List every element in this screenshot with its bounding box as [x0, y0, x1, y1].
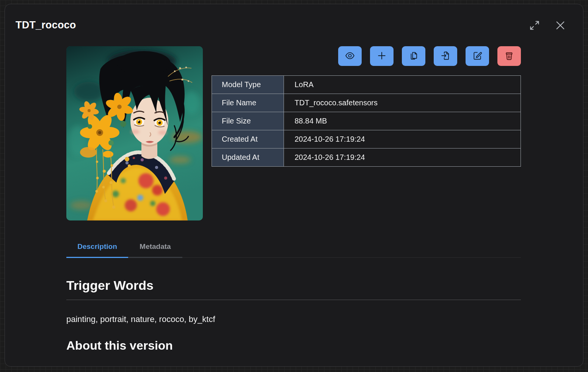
preview-button[interactable] [338, 46, 362, 66]
table-row: Model Type LoRA [212, 76, 521, 94]
tab-bar: Description Metadata [66, 236, 521, 258]
row-value: 2024-10-26 17:19:24 [284, 130, 521, 148]
expand-arrows-icon[interactable] [529, 20, 540, 31]
window-controls [529, 20, 566, 31]
row-label: Updated At [212, 148, 284, 167]
plus-icon [377, 51, 387, 62]
edit-pencil-square-icon [472, 51, 482, 62]
row-value: 88.84 MB [284, 112, 521, 130]
row-value: 2024-10-26 17:19:24 [284, 148, 521, 167]
model-detail-modal: TDT_rococo [5, 4, 583, 367]
model-details-table: Model Type LoRA File Name TDT_rococo.saf… [212, 75, 521, 167]
row-label: File Name [212, 94, 284, 112]
trigger-words-heading: Trigger Words [66, 278, 521, 293]
edit-button[interactable] [466, 46, 489, 66]
top-section: Model Type LoRA File Name TDT_rococo.saf… [66, 46, 521, 220]
table-row: File Name TDT_rococo.safetensors [212, 94, 521, 112]
close-icon[interactable] [555, 20, 566, 31]
copy-files-icon [409, 51, 419, 62]
eye-icon [345, 51, 355, 62]
modal-content: Model Type LoRA File Name TDT_rococo.saf… [5, 46, 583, 353]
row-label: Created At [212, 130, 284, 148]
copy-button[interactable] [402, 46, 425, 66]
delete-button[interactable] [497, 46, 521, 66]
table-row: Created At 2024-10-26 17:19:24 [212, 130, 521, 148]
tab-description[interactable]: Description [66, 236, 128, 258]
model-preview-image[interactable] [66, 46, 203, 220]
trigger-words-text: painting, portrait, nature, rococo, by_k… [66, 314, 521, 324]
modal-header: TDT_rococo [5, 4, 583, 31]
tab-metadata[interactable]: Metadata [128, 236, 182, 258]
modal-title: TDT_rococo [16, 19, 76, 31]
about-version-heading: About this version [66, 339, 521, 353]
file-import-icon [441, 51, 450, 62]
row-value: TDT_rococo.safetensors [284, 94, 521, 112]
row-label: Model Type [212, 76, 284, 94]
action-toolbar [212, 46, 521, 66]
import-button[interactable] [434, 46, 457, 66]
section-divider [66, 300, 521, 300]
trash-icon [504, 51, 514, 62]
row-label: File Size [212, 112, 284, 130]
add-button[interactable] [370, 46, 394, 66]
right-panel: Model Type LoRA File Name TDT_rococo.saf… [212, 46, 521, 220]
row-value: LoRA [284, 76, 521, 94]
table-row: File Size 88.84 MB [212, 112, 521, 130]
table-row: Updated At 2024-10-26 17:19:24 [212, 148, 521, 167]
